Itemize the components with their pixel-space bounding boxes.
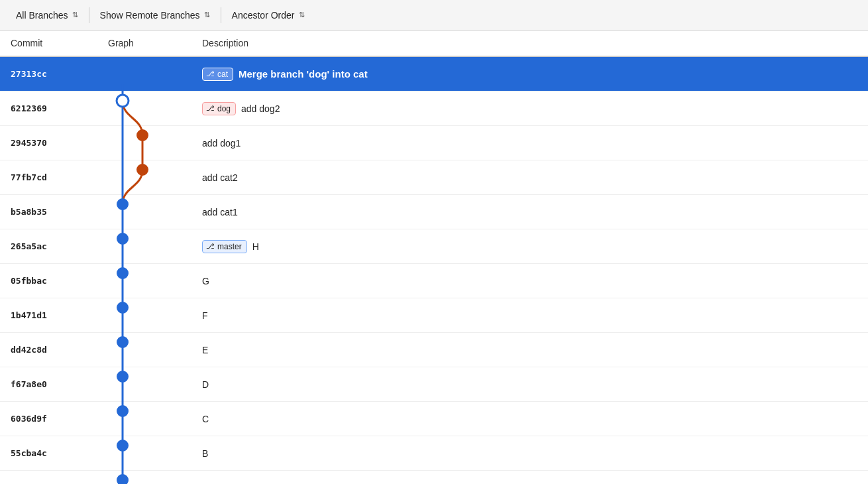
commit-hash: 27313cc [0,69,103,79]
ancestor-order-chevron-icon: ⇅ [299,11,305,19]
table-row[interactable]: 27313cc⎇ catMerge branch 'dog' into cat [0,57,868,91]
description-cell: add cat2 [202,172,868,183]
branch-tag: ⎇ master [202,240,247,253]
description-cell: E [202,345,868,355]
all-branches-select[interactable]: All Branches ⇅ [8,7,86,23]
commit-description: add dog2 [241,103,280,114]
graph-cell [103,91,202,125]
description-cell: add cat1 [202,207,868,217]
commit-hash: b5a8b35 [0,207,103,217]
commit-description: C [202,414,209,424]
commit-hash: 05fbbac [0,276,103,286]
table-row[interactable]: 265a5ac⎇ masterH [0,229,868,264]
table-row[interactable]: 6036d9fC [0,402,868,436]
table-row[interactable]: 6212369⎇ dogadd dog2 [0,91,868,126]
description-cell: B [202,448,868,459]
table-row[interactable]: 55cba4cB [0,436,868,471]
graph-cell [103,436,202,470]
show-remote-branches-label: Show Remote Branches [100,10,200,21]
column-commit: Commit [0,38,103,48]
graph-cell [103,229,202,263]
description-cell: C [202,414,868,424]
commit-description: G [202,276,209,286]
toolbar-divider-1 [89,7,89,23]
table-row[interactable]: 77fb7cdadd cat2 [0,160,868,195]
commit-description: E [202,345,208,355]
commit-description: B [202,448,208,459]
description-cell: F [202,310,868,321]
branch-tag: ⎇ dog [202,102,236,115]
column-graph: Graph [103,38,202,48]
description-cell: add dog1 [202,138,868,149]
branch-tag: ⎇ cat [202,68,233,81]
table-row[interactable]: f67a8e0D [0,367,868,402]
table-row[interactable]: dd42c8dE [0,333,868,367]
column-description: Description [202,38,868,48]
commit-hash: 55cba4c [0,448,103,458]
description-cell: ⎇ catMerge branch 'dog' into cat [202,68,868,81]
commit-description: add cat1 [202,207,238,217]
show-remote-chevron-icon: ⇅ [204,11,210,19]
table-row[interactable]: b5a8b35add cat1 [0,195,868,229]
commit-hash: 265a5ac [0,241,103,251]
commit-description: H [252,241,259,252]
commit-hash: 77fb7cd [0,172,103,182]
description-cell: D [202,379,868,390]
branch-icon: ⎇ [206,104,215,113]
graph-cell [103,298,202,332]
graph-cell [103,402,202,436]
table-row[interactable]: 05fbbacG [0,264,868,298]
all-branches-label: All Branches [16,10,68,21]
graph-cell [103,160,202,194]
commit-hash: 1b471d1 [0,310,103,320]
commit-hash: 6036d9f [0,414,103,424]
commit-hash: dd42c8d [0,345,103,355]
all-branches-chevron-icon: ⇅ [72,11,78,19]
commit-description: add cat2 [202,172,238,183]
graph-cell [103,333,202,367]
commit-description: F [202,310,208,321]
show-remote-branches-select[interactable]: Show Remote Branches ⇅ [92,7,218,23]
ancestor-order-label: Ancestor Order [232,10,295,21]
graph-cell [103,367,202,401]
rows-container: 27313cc⎇ catMerge branch 'dog' into cat6… [0,57,868,471]
description-cell: ⎇ masterH [202,240,868,253]
description-cell: ⎇ dogadd dog2 [202,102,868,115]
commit-description: D [202,379,209,390]
commit-hash: 6212369 [0,103,103,113]
description-cell: G [202,276,868,286]
graph-cell [103,195,202,229]
column-headers: Commit Graph Description [0,30,868,57]
toolbar: All Branches ⇅ Show Remote Branches ⇅ An… [0,0,868,30]
commit-hash: f67a8e0 [0,379,103,389]
toolbar-divider-2 [221,7,221,23]
svg-point-13 [117,475,128,484]
branch-icon: ⎇ [206,70,215,78]
commit-hash: 2945370 [0,138,103,148]
table-row[interactable]: 2945370add dog1 [0,126,868,160]
commit-description: add dog1 [202,138,241,149]
commit-description: Merge branch 'dog' into cat [239,68,368,80]
branch-icon: ⎇ [206,242,215,251]
graph-cell [103,126,202,160]
graph-cell [103,264,202,298]
table-row[interactable]: 1b471d1F [0,298,868,333]
ancestor-order-select[interactable]: Ancestor Order ⇅ [224,7,313,23]
commit-table: 27313cc⎇ catMerge branch 'dog' into cat6… [0,57,868,471]
graph-cell [103,57,202,91]
